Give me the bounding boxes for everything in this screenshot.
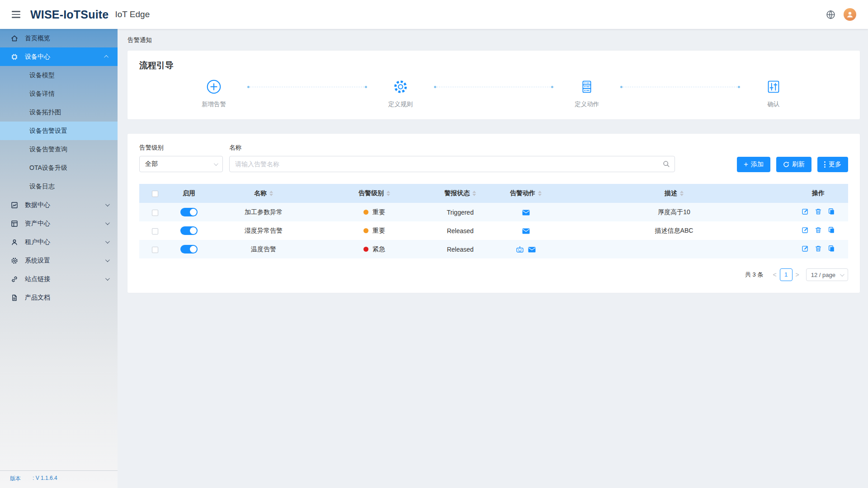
sidebar-item-tenant-center[interactable]: 租户中心 — [0, 233, 118, 251]
menu-toggle-icon[interactable] — [12, 11, 20, 18]
row-checkbox[interactable] — [152, 228, 158, 235]
row-checkbox[interactable] — [152, 210, 158, 216]
alarm-name-input[interactable] — [229, 156, 675, 172]
sort-icon[interactable] — [538, 191, 542, 196]
product-name: IoT Edge — [115, 9, 150, 19]
sidebar-item-system-settings[interactable]: 系统设置 — [0, 251, 118, 270]
edit-icon[interactable] — [802, 226, 809, 234]
sort-icon[interactable] — [269, 191, 273, 196]
sidebar-subitem-ota-upgrade[interactable]: OTA设备升级 — [0, 159, 118, 177]
language-globe-icon[interactable] — [826, 10, 835, 19]
guide-title: 流程引导 — [139, 60, 848, 71]
settings-gear-icon — [11, 257, 19, 264]
edit-icon[interactable] — [802, 245, 809, 252]
prev-page-button[interactable]: < — [769, 271, 779, 278]
guide-step-label: 确认 — [740, 100, 807, 108]
alarm-status: Released — [429, 240, 492, 258]
guide-step-add-alarm: 新增告警 — [180, 78, 248, 108]
sidebar-subitem-device-topology[interactable]: 设备拓扑图 — [0, 103, 118, 122]
top-header: WISE-IoTSuite IoT Edge — [0, 0, 868, 29]
sidebar-item-device-center[interactable]: 设备中心 — [0, 47, 118, 66]
delete-icon[interactable] — [815, 208, 822, 215]
sort-icon[interactable] — [472, 191, 476, 196]
level-text: 重要 — [373, 227, 385, 234]
sliders-icon — [740, 78, 807, 96]
tenant-icon — [11, 239, 19, 246]
copy-icon[interactable] — [828, 245, 835, 252]
sidebar-item-asset-center[interactable]: 资产中心 — [0, 214, 118, 233]
guide-steps: 新增告警 定义规则 — [139, 71, 848, 108]
page-size-select[interactable]: 12 / page — [806, 268, 848, 281]
column-header-level: 告警级别 — [320, 184, 429, 203]
column-header-description: 描述 — [560, 184, 788, 203]
delete-icon[interactable] — [815, 226, 822, 234]
add-button[interactable]: + 添加 — [737, 157, 770, 172]
page-size-value: 12 / page — [811, 272, 835, 278]
sidebar-item-label: 产品文档 — [25, 294, 50, 302]
alarm-name: 温度告警 — [207, 240, 320, 258]
guide-connector — [621, 87, 740, 87]
edit-icon[interactable] — [802, 208, 809, 215]
sort-icon[interactable] — [680, 191, 684, 196]
copy-icon[interactable] — [828, 208, 835, 215]
more-dots-icon — [824, 161, 826, 168]
more-button[interactable]: 更多 — [817, 157, 848, 172]
sidebar-subitem-device-model[interactable]: 设备模型 — [0, 66, 118, 84]
table-header-row: 启用 名称 告警级别 警报状态 — [139, 184, 848, 203]
enable-toggle[interactable] — [180, 208, 198, 216]
add-button-label: 添加 — [751, 160, 764, 169]
sort-icon[interactable] — [387, 191, 390, 196]
sidebar-item-label: 站点链接 — [25, 275, 50, 283]
subitem-label: 设备拓扑图 — [29, 108, 61, 117]
enable-toggle[interactable] — [180, 226, 198, 235]
chevron-down-icon — [105, 221, 110, 225]
breadcrumb-label: 告警通知 — [127, 37, 152, 43]
delete-icon[interactable] — [815, 245, 822, 252]
guide-step-define-action: 定义动作 — [553, 78, 621, 108]
document-icon — [11, 294, 19, 301]
refresh-button[interactable]: 刷新 — [776, 157, 811, 172]
search-icon[interactable] — [663, 160, 670, 168]
home-icon — [11, 35, 19, 42]
copy-icon[interactable] — [828, 226, 835, 234]
row-checkbox[interactable] — [152, 247, 158, 253]
current-page-button[interactable]: 1 — [780, 268, 793, 281]
device-icon — [11, 53, 19, 61]
level-dot — [363, 247, 368, 252]
main-content: 告警通知 流程引导 新增告警 — [118, 29, 868, 488]
alarm-status: Released — [429, 221, 492, 240]
alarm-name-label: 名称 — [229, 144, 675, 152]
subitem-label: OTA设备升级 — [29, 164, 67, 172]
alarm-name: 湿度异常告警 — [207, 221, 320, 240]
level-text: 紧急 — [373, 245, 385, 253]
version-info: 版本 : V 1.1.6.4 — [0, 470, 118, 488]
sidebar-item-product-docs[interactable]: 产品文档 — [0, 288, 118, 307]
select-all-checkbox[interactable] — [152, 191, 158, 197]
level-dot — [363, 228, 368, 233]
sidebar-subitem-alarm-settings[interactable]: 设备告警设置 — [0, 122, 118, 140]
alarm-level-select[interactable]: 全部 — [139, 156, 223, 172]
sidebar-item-label: 租户中心 — [25, 238, 50, 246]
sidebar-item-home[interactable]: 首页概览 — [0, 29, 118, 47]
sidebar-item-site-links[interactable]: 站点链接 — [0, 270, 118, 288]
mail-icon — [528, 247, 536, 253]
user-avatar[interactable] — [844, 8, 856, 21]
chevron-down-icon — [105, 239, 110, 244]
enable-toggle[interactable] — [180, 245, 198, 253]
alarm-table-card: 告警级别 全部 名称 — [127, 134, 860, 293]
chevron-down-icon — [105, 202, 110, 206]
sidebar-subitem-device-detail[interactable]: 设备详情 — [0, 84, 118, 103]
process-guide-card: 流程引导 新增告警 — [127, 51, 860, 119]
guide-connector — [248, 87, 367, 87]
sidebar-subitem-device-log[interactable]: 设备日志 — [0, 177, 118, 196]
sidebar-subitem-alarm-query[interactable]: 设备告警查询 — [0, 140, 118, 159]
next-page-button[interactable]: > — [793, 271, 802, 278]
data-icon — [11, 202, 19, 209]
chevron-down-icon — [105, 258, 110, 262]
sidebar-item-data-center[interactable]: 数据中心 — [0, 196, 118, 214]
plus-icon: + — [744, 160, 748, 168]
table-row: 湿度异常告警 重要 Released 描述信息ABC — [139, 221, 848, 240]
alarm-table: 启用 名称 告警级别 警报状态 — [139, 184, 848, 258]
chevron-up-icon — [104, 55, 108, 60]
guide-connector — [434, 87, 553, 87]
